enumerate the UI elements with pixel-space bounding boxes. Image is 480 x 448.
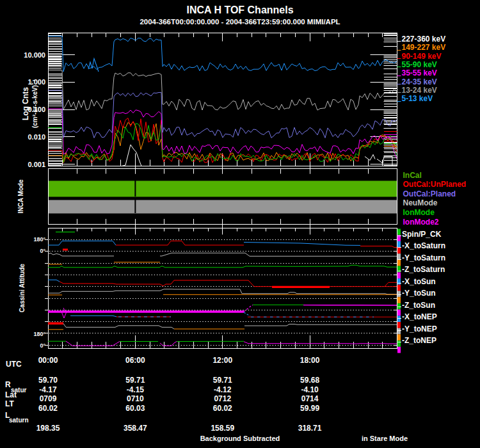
svg-text:60.02: 60.02	[38, 404, 58, 413]
svg-text:0712: 0712	[214, 394, 231, 403]
svg-text:InCal: InCal	[403, 171, 422, 180]
svg-text:59.71: 59.71	[213, 376, 232, 385]
svg-text:0714: 0714	[301, 394, 319, 403]
svg-text:5-13 keV: 5-13 keV	[402, 94, 433, 103]
svg-text:2004-366T00:00:00.000 - 2004-3: 2004-366T00:00:00.000 - 2004-366T23:59:0…	[140, 18, 340, 26]
svg-text:NeuMode: NeuMode	[403, 198, 438, 207]
svg-text:INCA Mode: INCA Mode	[17, 179, 24, 213]
svg-text:00:00: 00:00	[38, 356, 58, 365]
svg-text:IonMode: IonMode	[403, 208, 435, 217]
svg-text:149-227 keV: 149-227 keV	[402, 43, 446, 52]
svg-text:24-35 keV: 24-35 keV	[402, 77, 437, 86]
svg-text:Log Cnts: Log Cnts	[21, 87, 30, 120]
svg-text:180°: 180°	[33, 331, 45, 337]
svg-text:-4.10: -4.10	[301, 385, 319, 394]
svg-text:60.03: 60.03	[125, 404, 145, 413]
svg-text:59.68: 59.68	[300, 376, 319, 385]
svg-text:-Y_toSaturn: -Y_toSaturn	[402, 253, 445, 262]
svg-text:-4.15: -4.15	[127, 385, 145, 394]
svg-text:INCA H TOF Channels: INCA H TOF Channels	[186, 4, 293, 15]
svg-text:0.001: 0.001	[28, 161, 45, 168]
svg-text:06:00: 06:00	[125, 356, 145, 365]
svg-text:UTC: UTC	[6, 360, 22, 369]
svg-text:227-360 keV: 227-360 keV	[402, 35, 446, 44]
svg-text:-Z_toSaturn: -Z_toSaturn	[402, 265, 445, 274]
svg-text:Cassini Attitude: Cassini Attitude	[19, 264, 26, 312]
svg-text:10.000: 10.000	[24, 51, 45, 59]
svg-text:-X_toSaturn: -X_toSaturn	[402, 241, 445, 250]
svg-text:0.010: 0.010	[28, 133, 45, 141]
svg-text:Lat: Lat	[5, 390, 17, 399]
svg-text:158.59: 158.59	[211, 424, 234, 433]
svg-text:Spin/P_CK: Spin/P_CK	[402, 230, 442, 239]
svg-text:12:00: 12:00	[212, 356, 232, 365]
svg-text:in Stare Mode: in Stare Mode	[362, 435, 408, 442]
svg-text:55-90 keV: 55-90 keV	[402, 60, 437, 69]
svg-text:-4.12: -4.12	[214, 385, 232, 394]
svg-text:90-149 keV: 90-149 keV	[402, 52, 442, 61]
svg-text:180°: 180°	[33, 236, 45, 243]
svg-text:saturn: saturn	[9, 417, 29, 424]
svg-text:59.99: 59.99	[300, 404, 319, 413]
svg-text:59.71: 59.71	[125, 376, 145, 385]
svg-text:-Y_toNEP: -Y_toNEP	[402, 324, 437, 333]
svg-text:60.02: 60.02	[213, 404, 232, 413]
svg-text:-Y_toSun: -Y_toSun	[402, 289, 436, 298]
svg-text:0°: 0°	[40, 248, 45, 254]
svg-text:OutCal:Planed: OutCal:Planed	[403, 189, 456, 198]
svg-text:358.47: 358.47	[124, 424, 147, 433]
svg-text:-X_toSun: -X_toSun	[402, 277, 436, 286]
svg-text:-4.17: -4.17	[39, 385, 57, 394]
svg-text:0709: 0709	[40, 394, 57, 403]
svg-text:0710: 0710	[127, 394, 144, 403]
svg-text:18:00: 18:00	[300, 356, 320, 365]
svg-text:OutCal:UnPlaned: OutCal:UnPlaned	[403, 180, 467, 189]
svg-text:13-24 keV: 13-24 keV	[402, 86, 437, 95]
svg-text:LT: LT	[5, 399, 14, 408]
svg-text:198.35: 198.35	[36, 424, 60, 433]
svg-text:(cm²-sr-s-keV)¯¹: (cm²-sr-s-keV)¯¹	[31, 79, 38, 128]
svg-text:35-55 keV: 35-55 keV	[402, 68, 437, 77]
svg-text:318.71: 318.71	[298, 424, 322, 433]
svg-text:0°: 0°	[40, 342, 45, 349]
svg-text:-Z_toSun: -Z_toSun	[402, 301, 435, 310]
svg-text:Background Subtracted: Background Subtracted	[200, 435, 280, 442]
svg-text:R: R	[5, 380, 11, 389]
svg-text:-X_toNEP: -X_toNEP	[402, 312, 437, 321]
svg-text:-Z_toNEP: -Z_toNEP	[402, 336, 436, 345]
svg-text:IonMode2: IonMode2	[403, 218, 439, 227]
svg-text:59.70: 59.70	[38, 376, 58, 385]
